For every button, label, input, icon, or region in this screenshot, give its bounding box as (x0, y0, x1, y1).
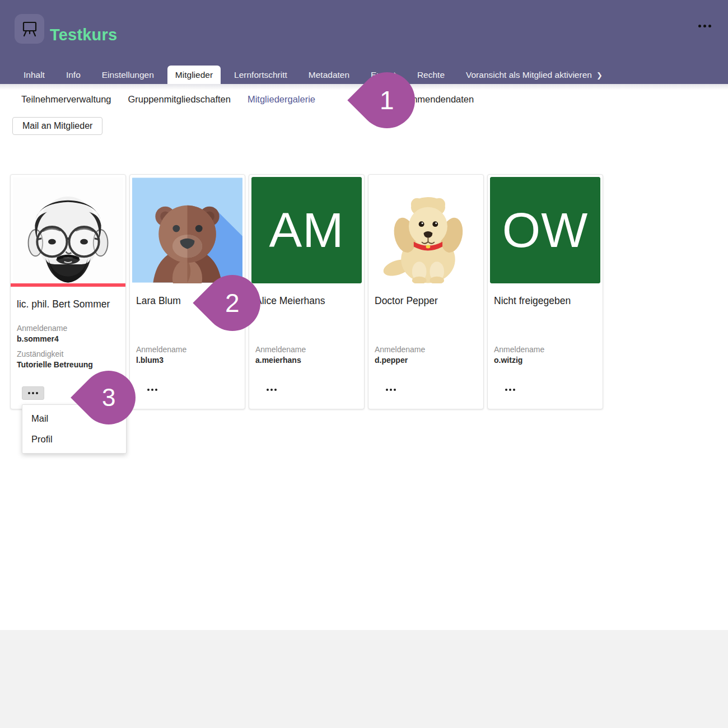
mail-an-mitglieder-button[interactable]: Mail an Mitglieder (12, 117, 102, 135)
member-fields: Anmeldename d.pepper (375, 344, 477, 366)
callout-number: 1 (380, 85, 394, 115)
member-card-alice-meierhans: AM Alice Meierhans Anmeldename a.meierha… (249, 174, 365, 409)
member-initials: OW (490, 177, 600, 283)
tab-voransicht[interactable]: Voransicht als Mitglied aktivieren❯ (458, 66, 610, 84)
member-name: Doctor Pepper (375, 295, 477, 307)
callout-number: 3 (102, 384, 115, 412)
member-card-doctor-pepper: Doctor Pepper Anmeldename d.pepper (368, 174, 484, 409)
card-body: Nicht freigegeben Anmeldename o.witzig (488, 295, 603, 366)
member-fields: Anmeldename l.blum3 (136, 344, 239, 366)
course-tabbar: Inhalt Info Einstellungen Mitglieder Ler… (16, 66, 610, 84)
member-name: lic. phil. Bert Sommer (17, 298, 119, 310)
member-photo (371, 177, 481, 283)
more-options-icon (28, 392, 30, 394)
more-options-button[interactable] (503, 386, 517, 393)
more-options-icon (267, 389, 269, 391)
more-options-button[interactable] (384, 386, 398, 393)
tab-inhalt[interactable]: Inhalt (16, 66, 53, 84)
tab-einstellungen[interactable]: Einstellungen (94, 66, 162, 84)
field-label: Anmeldename (494, 344, 596, 355)
more-options-button[interactable] (264, 386, 279, 393)
portrait-man-glasses-beard-image (13, 177, 123, 283)
more-options-icon (147, 389, 150, 391)
card-body: Doctor Pepper Anmeldename d.pepper (368, 295, 483, 366)
field-label: Anmeldename (255, 344, 358, 355)
field-value: Tutorielle Betreuung (17, 360, 119, 370)
callout-number: 2 (225, 288, 240, 318)
presence-underline (11, 283, 125, 287)
more-options-icon (505, 389, 507, 391)
poodle-avatar-image (371, 177, 481, 283)
more-options-button[interactable] (145, 386, 160, 393)
footer-background (0, 630, 728, 728)
field-label: Anmeldename (17, 323, 119, 334)
field-label: Anmeldename (136, 344, 239, 355)
field-value: o.witzig (494, 355, 596, 366)
member-card-nicht-freigegeben: OW Nicht freigegeben Anmeldename o.witzi… (487, 174, 603, 409)
field-value: a.meierhans (255, 355, 358, 366)
page-title: Testkurs (50, 26, 117, 44)
subnav-gruppenmitgliedschaften[interactable]: Gruppenmitgliedschaften (128, 94, 231, 105)
menu-item-profil[interactable]: Profil (22, 429, 126, 450)
ellipsis-icon[interactable] (696, 22, 713, 30)
initials-avatar: AM (251, 177, 362, 283)
more-options-button[interactable] (22, 386, 44, 400)
initials-avatar: OW (490, 177, 600, 283)
card-body: lic. phil. Bert Sommer Anmeldename b.som… (11, 298, 125, 370)
member-photo (132, 177, 242, 283)
card-body: Alice Meierhans Anmeldename a.meierhans (249, 295, 364, 366)
tab-mitglieder[interactable]: Mitglieder (167, 66, 221, 84)
member-name: Nicht freigegeben (494, 295, 596, 307)
member-initials: AM (251, 177, 362, 283)
tab-rechte[interactable]: Rechte (409, 66, 452, 84)
member-fields: Anmeldename a.meierhans (255, 344, 358, 366)
field-value: d.pepper (375, 355, 477, 366)
course-header: Testkurs Inhalt Info Einstellungen Mitgl… (0, 0, 728, 84)
field-label: Zuständigkeit (17, 349, 119, 360)
field-value: b.sommer4 (17, 334, 119, 344)
presentation-board-icon (20, 19, 40, 39)
subnav-mitgliedergalerie[interactable]: Mitgliedergalerie (248, 94, 315, 105)
chevron-right-icon: ❯ (596, 71, 603, 80)
more-options-icon (386, 389, 388, 391)
field-value: l.blum3 (136, 355, 239, 366)
tab-lernfortschritt[interactable]: Lernfortschritt (226, 66, 295, 84)
member-fields: Anmeldename b.sommer4 Zuständigkeit Tuto… (17, 323, 119, 370)
tab-metadaten[interactable]: Metadaten (301, 66, 357, 84)
tab-info[interactable]: Info (58, 66, 88, 84)
bear-avatar-image (132, 177, 242, 283)
field-label: Anmeldename (375, 344, 477, 355)
subnav-teilnehmerverwaltung[interactable]: Teilnehmerverwaltung (21, 94, 111, 105)
member-photo (13, 177, 123, 283)
course-logo (15, 14, 44, 44)
tab-voransicht-label: Voransicht als Mitglied aktivieren (466, 70, 592, 80)
member-fields: Anmeldename o.witzig (494, 344, 596, 366)
member-name: Alice Meierhans (255, 295, 358, 307)
